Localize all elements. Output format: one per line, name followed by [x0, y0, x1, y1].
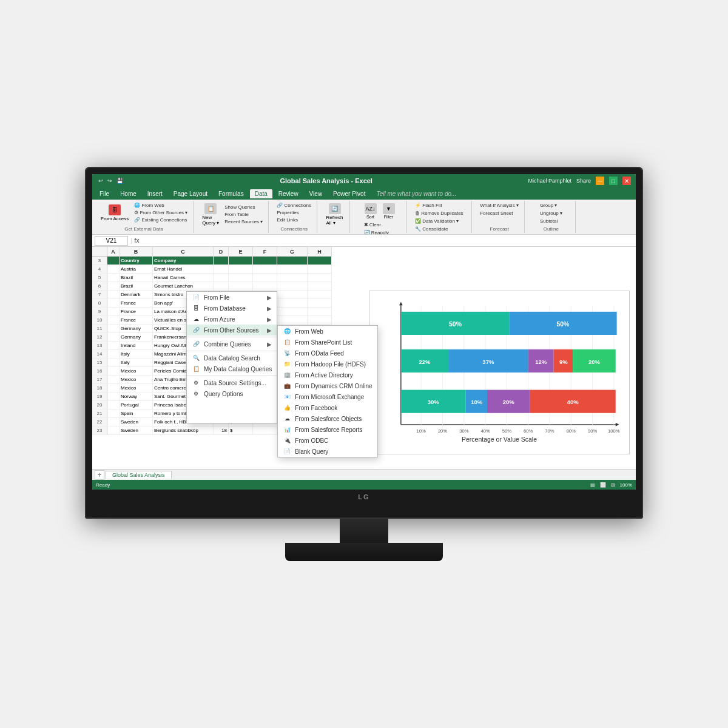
properties-btn[interactable]: Properties	[275, 209, 313, 216]
cell-b15[interactable]: Italy	[120, 359, 153, 367]
cell-a18[interactable]	[107, 384, 120, 393]
from-hadoop-item[interactable]: 📁 From Hadoop File (HDFS)	[278, 359, 377, 369]
cell-g3[interactable]	[277, 257, 308, 265]
query-options-item[interactable]: ⚙ Query Options	[187, 388, 277, 399]
filter-button[interactable]: ▼ Filter	[380, 202, 397, 220]
cell-b7[interactable]: Denmark	[120, 291, 153, 299]
group-btn[interactable]: Group ▾	[538, 202, 559, 209]
maximize-button[interactable]: □	[609, 177, 618, 185]
cell-a3[interactable]	[107, 257, 120, 265]
from-other-sources-item[interactable]: 🔗 From Other Sources ▶	[187, 325, 277, 335]
tab-review[interactable]: Review	[274, 189, 303, 198]
add-sheet-button[interactable]: +	[95, 470, 104, 480]
cell-a12[interactable]	[107, 333, 120, 342]
from-odata-item[interactable]: 📡 From OData Feed	[278, 348, 377, 359]
from-table-btn[interactable]: From Table	[223, 211, 265, 218]
cell-c6[interactable]: Gourmet Lanchon	[153, 282, 214, 291]
combine-queries-item[interactable]: 🔗 Combine Queries ▶	[187, 339, 277, 349]
cell-b22[interactable]: Sweden	[120, 418, 153, 426]
subtotal-btn[interactable]: Subtotal	[538, 218, 559, 224]
close-button[interactable]: ✕	[622, 177, 631, 185]
cell-h4[interactable]	[308, 265, 332, 274]
cell-c3[interactable]: Company	[153, 257, 214, 265]
cell-a23[interactable]	[107, 426, 120, 435]
cell-a7[interactable]	[107, 291, 120, 299]
cell-e3[interactable]	[229, 257, 253, 265]
cell-d6[interactable]	[214, 282, 229, 291]
redo-button[interactable]: ↪	[106, 177, 113, 184]
view-normal-icon[interactable]: ▤	[590, 482, 595, 488]
cell-a11[interactable]	[107, 325, 120, 333]
from-active-directory-item[interactable]: 🏢 From Active Directory	[278, 369, 377, 380]
ungroup-btn[interactable]: Ungroup ▾	[538, 210, 564, 217]
cell-e23[interactable]: $	[229, 426, 253, 435]
refresh-all-button[interactable]: 🔄 RefreshAll ▾	[324, 202, 346, 227]
from-salesforce-objects-item[interactable]: ☁ From Salesforce Objects	[278, 413, 377, 424]
cell-f23[interactable]	[253, 426, 277, 435]
cell-b3[interactable]: Country	[120, 257, 153, 265]
cell-b6[interactable]: Brazil	[120, 282, 153, 291]
cell-c5[interactable]: Hanari Carnes	[153, 274, 214, 282]
cell-b5[interactable]: Brazil	[120, 274, 153, 282]
cell-g5[interactable]	[277, 274, 308, 282]
minimize-button[interactable]: ─	[596, 177, 604, 185]
tab-view[interactable]: View	[305, 189, 328, 198]
col-header-e[interactable]: E	[229, 247, 253, 257]
cell-a13[interactable]	[107, 342, 120, 350]
cell-d23[interactable]: 18	[214, 426, 229, 435]
cell-a8[interactable]	[107, 299, 120, 308]
formula-input[interactable]	[141, 237, 633, 244]
cell-e4[interactable]	[229, 265, 253, 274]
cell-h6[interactable]	[308, 282, 332, 291]
cell-b12[interactable]: Germany	[120, 333, 153, 342]
cell-b9[interactable]: France	[120, 308, 153, 316]
col-header-h[interactable]: H	[308, 247, 332, 257]
cell-b11[interactable]: Germany	[120, 325, 153, 333]
tab-page-layout[interactable]: Page Layout	[169, 189, 212, 198]
from-odbc-item[interactable]: 🔌 From ODBC	[278, 435, 377, 446]
from-exchange-item[interactable]: 📧 From Microsoft Exchange	[278, 391, 377, 402]
show-queries-btn[interactable]: Show Queries	[223, 204, 265, 211]
recent-sources-btn[interactable]: Recent Sources ▾	[223, 218, 265, 225]
col-header-g[interactable]: G	[277, 247, 308, 257]
from-web-btn[interactable]: 🌐 From Web	[132, 202, 189, 209]
cell-a20[interactable]	[107, 401, 120, 410]
blank-query-item[interactable]: 📄 Blank Query	[278, 446, 377, 457]
from-dynamics-item[interactable]: 💼 From Dynamics CRM Online	[278, 380, 377, 391]
cell-b20[interactable]: Portugal	[120, 401, 153, 410]
cell-b13[interactable]: Ireland	[120, 342, 153, 350]
cell-a21[interactable]	[107, 410, 120, 418]
what-if-btn[interactable]: What-If Analysis ▾	[478, 202, 521, 209]
tab-search[interactable]: Tell me what you want to do...	[371, 189, 461, 198]
cell-a16[interactable]	[107, 367, 120, 376]
cell-a10[interactable]	[107, 316, 120, 325]
from-file-item[interactable]: 📄 From File ▶	[187, 292, 277, 303]
cell-a6[interactable]	[107, 282, 120, 291]
cell-b16[interactable]: Mexico	[120, 367, 153, 376]
share-button[interactable]: Share	[576, 178, 591, 184]
cell-f6[interactable]	[253, 282, 277, 291]
tab-file[interactable]: File	[95, 189, 114, 198]
from-sharepoint-item[interactable]: 📋 From SharePoint List	[278, 337, 377, 348]
cell-e5[interactable]	[229, 274, 253, 282]
cell-a14[interactable]	[107, 350, 120, 359]
sort-az-button[interactable]: AZ↓ Sort	[362, 202, 379, 220]
col-header-b[interactable]: B	[120, 247, 153, 257]
cell-d4[interactable]	[214, 265, 229, 274]
cell-h5[interactable]	[308, 274, 332, 282]
cell-a4[interactable]	[107, 265, 120, 274]
cell-b10[interactable]: France	[120, 316, 153, 325]
connections-btn[interactable]: 🔗 Connections	[275, 202, 313, 209]
cell-a17[interactable]	[107, 376, 120, 384]
cell-b18[interactable]: Mexico	[120, 384, 153, 393]
data-val-btn[interactable]: ✅ Data Validation ▾	[413, 218, 460, 224]
my-data-catalog-item[interactable]: 📋 My Data Catalog Queries	[187, 363, 277, 374]
cell-d5[interactable]	[214, 274, 229, 282]
from-salesforce-reports-item[interactable]: 📊 From Salesforce Reports	[278, 424, 377, 435]
name-box[interactable]: V21	[95, 236, 128, 246]
undo-button[interactable]: ↩	[97, 177, 104, 184]
cell-g4[interactable]	[277, 265, 308, 274]
remove-dup-btn[interactable]: 🗑 Remove Duplicates	[413, 210, 465, 217]
cell-c4[interactable]: Ernst Handel	[153, 265, 214, 274]
cell-e6[interactable]	[229, 282, 253, 291]
